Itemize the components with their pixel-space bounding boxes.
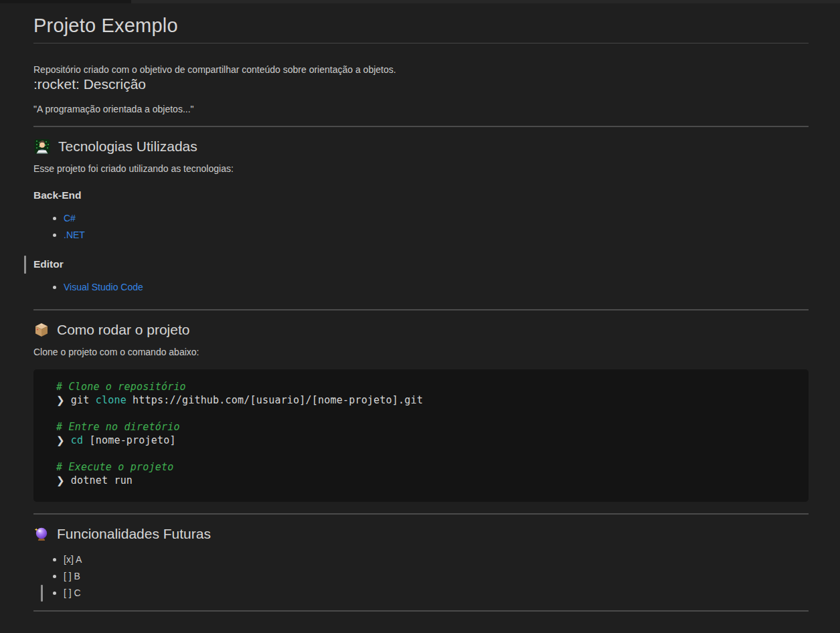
editor-list: Visual Studio Code: [33, 279, 809, 296]
heading-descricao: :rocket: Descrição: [33, 76, 809, 93]
heading-como-rodar: Como rodar o projeto: [33, 321, 809, 339]
como-rodar-intro: Clone o projeto com o comando abaixo:: [33, 346, 809, 358]
prompt-icon: ❯: [56, 434, 65, 446]
code-command: ❯dotnet run: [56, 474, 798, 487]
list-item: .NET: [33, 227, 809, 244]
task-item-label: [ ] B: [64, 571, 80, 581]
task-list: [x] A [ ] B [ ] C: [33, 551, 809, 602]
task-item: [ ] C: [33, 585, 809, 602]
link-dotnet[interactable]: .NET: [64, 230, 85, 240]
code-blank-line: [56, 447, 798, 460]
code-comment: # Clone o repositório: [56, 380, 798, 393]
active-line-indicator: [24, 256, 26, 274]
page-title: Projeto Exemplo: [33, 3, 809, 43]
section-divider: [33, 126, 809, 127]
heading-futuras: Funcionalidades Futuras: [33, 525, 809, 543]
task-item: [x] A: [33, 551, 809, 568]
heading-futuras-label: Funcionalidades Futuras: [57, 525, 211, 543]
task-item-label: [ ] C: [64, 587, 81, 598]
code-blank-line: [56, 407, 798, 420]
editor-tab-strip: [0, 0, 840, 3]
task-item-label: [x] A: [64, 554, 82, 565]
section-divider: [33, 513, 809, 515]
doc-intro-paragraph: Repositório criado com o objetivo de com…: [33, 64, 809, 76]
heading-tecnologias: Tecnologias Utilizadas: [33, 137, 809, 156]
prompt-icon: ❯: [56, 394, 65, 406]
section-divider: [33, 610, 809, 612]
code-block: # Clone o repositório❯git clone https://…: [33, 369, 809, 502]
tecnologias-intro: Esse projeto foi criado utilizando as te…: [33, 163, 809, 175]
prompt-icon: ❯: [56, 474, 65, 486]
tab-strip-notch: [0, 0, 131, 3]
active-line-indicator: [41, 585, 43, 602]
package-emoji: [33, 322, 50, 338]
code-command: ❯git clone https://github.com/[usuario]/…: [56, 393, 798, 407]
section-divider: [33, 309, 809, 310]
task-item: [ ] B: [33, 568, 809, 585]
tab-strip-background: [131, 0, 840, 3]
group-title-editor-label: Editor: [33, 258, 64, 270]
group-title-backend: Back-End: [33, 189, 809, 201]
descricao-quote: "A programação orientada a objetos...": [33, 103, 809, 115]
group-title-editor: Editor: [33, 258, 809, 270]
code-command: ❯cd [nome-projeto]: [56, 434, 798, 447]
list-item: C#: [33, 210, 809, 227]
link-csharp[interactable]: C#: [64, 213, 76, 223]
code-comment: # Entre no diretório: [56, 420, 798, 434]
list-item: Visual Studio Code: [33, 279, 809, 296]
backend-list: C# .NET: [33, 210, 809, 244]
crystal-ball-emoji: [33, 526, 50, 542]
heading-tecnologias-label: Tecnologias Utilizadas: [58, 137, 197, 156]
markdown-preview: Projeto Exemplo Repositório criado com o…: [0, 3, 840, 625]
heading-como-rodar-label: Como rodar o projeto: [57, 321, 189, 339]
code-comment: # Execute o projeto: [56, 460, 798, 474]
link-vscode[interactable]: Visual Studio Code: [64, 282, 143, 292]
technologist-emoji: [33, 139, 51, 155]
